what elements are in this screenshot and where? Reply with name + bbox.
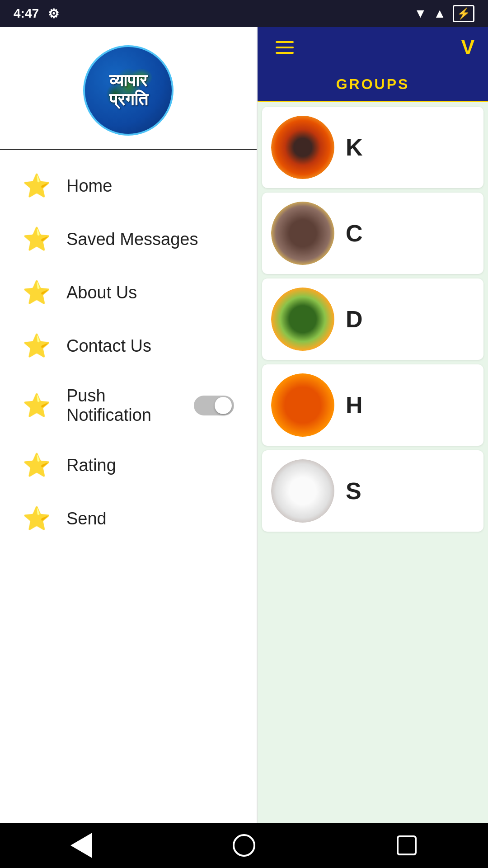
star-icon-push: ⭐ (23, 392, 51, 419)
battery-icon: ⚡ (453, 5, 474, 22)
saved-messages-label: Saved Messages (66, 230, 198, 249)
group-initial-5: S (346, 477, 361, 505)
about-us-label: About Us (66, 283, 137, 302)
star-icon-about: ⭐ (23, 279, 51, 306)
gear-icon: ⚙ (48, 6, 59, 21)
spice-bowl-icon-5 (271, 459, 334, 523)
group-initial-1: K (346, 134, 363, 161)
hamburger-button[interactable] (271, 37, 298, 58)
push-notification-toggle[interactable] (194, 396, 234, 415)
group-image-4 (271, 373, 334, 437)
star-icon-home: ⭐ (23, 173, 51, 199)
star-icon-contact: ⭐ (23, 333, 51, 359)
group-list: K C D H (258, 102, 488, 823)
group-card-4[interactable]: H (262, 364, 483, 446)
time-display: 4:47 (14, 6, 39, 21)
nav-back-button[interactable] (63, 832, 99, 859)
contact-us-label: Contact Us (66, 336, 151, 356)
star-icon-send: ⭐ (23, 505, 51, 532)
menu-list: ⭐ Home ⭐ Saved Messages ⭐ About Us ⭐ Con… (0, 150, 257, 823)
home-icon (233, 834, 255, 857)
sidebar-item-saved-messages[interactable]: ⭐ Saved Messages (0, 212, 257, 266)
signal-icon: ▲ (433, 6, 446, 21)
home-label: Home (66, 176, 112, 196)
push-notification-label: Push Notification (66, 386, 194, 425)
hamburger-line-3 (276, 52, 294, 54)
star-icon-saved: ⭐ (23, 226, 51, 252)
sidebar-item-about-us[interactable]: ⭐ About Us (0, 266, 257, 319)
group-image-5 (271, 459, 334, 523)
group-card-3[interactable]: D (262, 278, 483, 360)
recent-icon (397, 835, 417, 855)
drawer: व्यापार प्रगति ⭐ Home ⭐ Saved Messages ⭐… (0, 27, 258, 823)
group-image-2 (271, 202, 334, 265)
status-right: ▼ ▲ ⚡ (414, 5, 474, 22)
sidebar-item-rating[interactable]: ⭐ Rating (0, 439, 257, 492)
spice-bowl-icon-4 (271, 373, 334, 437)
nav-recent-button[interactable] (389, 832, 425, 859)
nav-home-button[interactable] (226, 832, 262, 859)
back-icon (70, 833, 92, 858)
hamburger-line-1 (276, 41, 294, 43)
sidebar-item-push-notification[interactable]: ⭐ Push Notification (0, 373, 257, 439)
sidebar-item-home[interactable]: ⭐ Home (0, 159, 257, 212)
hamburger-line-2 (276, 47, 294, 48)
group-card-1[interactable]: K (262, 107, 483, 188)
group-initial-2: C (346, 220, 363, 247)
spice-bowl-icon-2 (271, 202, 334, 265)
top-bar: V (258, 27, 488, 68)
groups-label: GROUPS (336, 76, 410, 92)
rating-label: Rating (66, 456, 116, 475)
right-panel: V GROUPS K C (258, 27, 488, 823)
spice-bowl-icon-3 (271, 288, 334, 351)
group-image-3 (271, 288, 334, 351)
star-icon-rating: ⭐ (23, 452, 51, 478)
group-card-5[interactable]: S (262, 450, 483, 532)
group-image-1 (271, 116, 334, 179)
sidebar-item-contact-us[interactable]: ⭐ Contact Us (0, 319, 257, 373)
sidebar-item-send[interactable]: ⭐ Send (0, 492, 257, 545)
main-container: व्यापार प्रगति ⭐ Home ⭐ Saved Messages ⭐… (0, 27, 488, 823)
drawer-logo-area: व्यापार प्रगति (0, 27, 257, 150)
send-label: Send (66, 509, 107, 528)
spice-bowl-icon-1 (271, 116, 334, 179)
bottom-navigation (0, 823, 488, 868)
wifi-icon: ▼ (414, 6, 427, 21)
logo-text: व्यापार प्रगति (109, 71, 148, 109)
group-initial-3: D (346, 306, 363, 333)
group-initial-4: H (346, 392, 363, 419)
status-left: 4:47 ⚙ (14, 6, 59, 21)
status-bar: 4:47 ⚙ ▼ ▲ ⚡ (0, 0, 488, 27)
groups-tab[interactable]: GROUPS (258, 68, 488, 102)
group-card-2[interactable]: C (262, 193, 483, 274)
top-bar-title: V (461, 36, 474, 59)
app-logo: व्यापार प्रगति (83, 45, 174, 136)
